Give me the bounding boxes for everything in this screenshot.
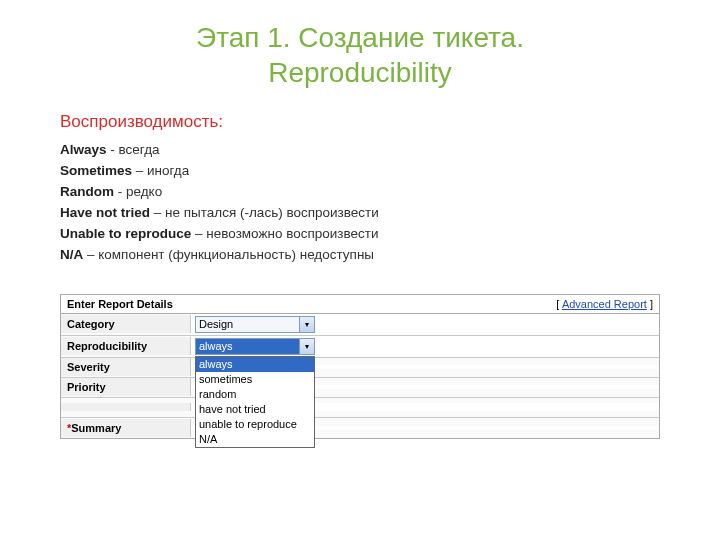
summary-text: Summary bbox=[71, 422, 121, 434]
definition-sep: - bbox=[114, 184, 126, 199]
dropdown-option[interactable]: unable to reproduce bbox=[196, 417, 314, 432]
dropdown-option[interactable]: N/A bbox=[196, 432, 314, 447]
definition-sep: – bbox=[191, 226, 206, 241]
definition-row: Unable to reproduce – невозможно воспрои… bbox=[60, 224, 660, 245]
definition-row: Always - всегда bbox=[60, 140, 660, 161]
definition-term: Sometimes bbox=[60, 163, 132, 178]
bracket-right: ] bbox=[647, 298, 653, 310]
row-severity: Severity bbox=[61, 358, 659, 378]
definitions-list: Always - всегда Sometimes – иногда Rando… bbox=[60, 140, 660, 266]
definition-sep: - bbox=[107, 142, 119, 157]
row-category: Category Design ▾ bbox=[61, 314, 659, 336]
definition-desc: редко bbox=[126, 184, 162, 199]
section-subtitle: Воспроизводимость: bbox=[60, 112, 660, 132]
title-line1: Этап 1. Создание тикета. bbox=[196, 22, 524, 53]
definition-row: Sometimes – иногда bbox=[60, 161, 660, 182]
form-title: Enter Report Details bbox=[67, 298, 173, 310]
label-severity: Severity bbox=[61, 358, 191, 376]
advanced-report-wrap: [ Advanced Report ] bbox=[556, 298, 653, 310]
row-gap bbox=[61, 398, 659, 418]
definition-term: Always bbox=[60, 142, 107, 157]
reproducibility-dropdown: always sometimes random have not tried u… bbox=[195, 356, 315, 448]
definition-desc: иногда bbox=[147, 163, 189, 178]
definition-term: Random bbox=[60, 184, 114, 199]
dropdown-option[interactable]: random bbox=[196, 387, 314, 402]
value-category: Design ▾ bbox=[191, 314, 659, 335]
label-summary: *Summary bbox=[61, 419, 191, 437]
definition-sep: – bbox=[132, 163, 147, 178]
definition-desc: всегда bbox=[119, 142, 160, 157]
report-form: Enter Report Details [ Advanced Report ]… bbox=[60, 294, 660, 439]
title-line2: Reproducibility bbox=[268, 57, 452, 88]
dropdown-option[interactable]: have not tried bbox=[196, 402, 314, 417]
reproducibility-select[interactable]: always ▾ bbox=[195, 338, 315, 355]
category-select-text: Design bbox=[199, 318, 233, 330]
label-gap bbox=[61, 403, 191, 411]
form-header: Enter Report Details [ Advanced Report ] bbox=[61, 295, 659, 314]
dropdown-option[interactable]: sometimes bbox=[196, 372, 314, 387]
definition-desc: невозможно воспроизвести bbox=[206, 226, 378, 241]
definition-desc: компонент (функциональность) недоступны bbox=[98, 247, 374, 262]
chevron-down-icon: ▾ bbox=[299, 339, 314, 354]
reproducibility-select-text: always bbox=[199, 340, 233, 352]
definition-row: N/A – компонент (функциональность) недос… bbox=[60, 245, 660, 266]
definition-term: Unable to reproduce bbox=[60, 226, 191, 241]
dropdown-option[interactable]: always bbox=[196, 357, 314, 372]
advanced-report-link[interactable]: Advanced Report bbox=[562, 298, 647, 310]
definition-term: N/A bbox=[60, 247, 83, 262]
definition-desc: не пытался (-лась) воспроизвести bbox=[165, 205, 379, 220]
definition-term: Have not tried bbox=[60, 205, 150, 220]
value-reproducibility: always ▾ bbox=[191, 336, 659, 357]
label-priority: Priority bbox=[61, 378, 191, 396]
row-reproducibility: Reproducibility always ▾ always sometime… bbox=[61, 336, 659, 358]
definition-sep: – bbox=[83, 247, 98, 262]
row-summary: *Summary bbox=[61, 418, 659, 438]
definition-row: Random - редко bbox=[60, 182, 660, 203]
category-select[interactable]: Design ▾ bbox=[195, 316, 315, 333]
row-priority: Priority bbox=[61, 378, 659, 398]
label-reproducibility: Reproducibility bbox=[61, 337, 191, 355]
definition-row: Have not tried – не пытался (-лась) восп… bbox=[60, 203, 660, 224]
definition-sep: – bbox=[150, 205, 165, 220]
chevron-down-icon: ▾ bbox=[299, 317, 314, 332]
label-category: Category bbox=[61, 315, 191, 333]
slide-title: Этап 1. Создание тикета. Reproducibility bbox=[60, 20, 660, 90]
